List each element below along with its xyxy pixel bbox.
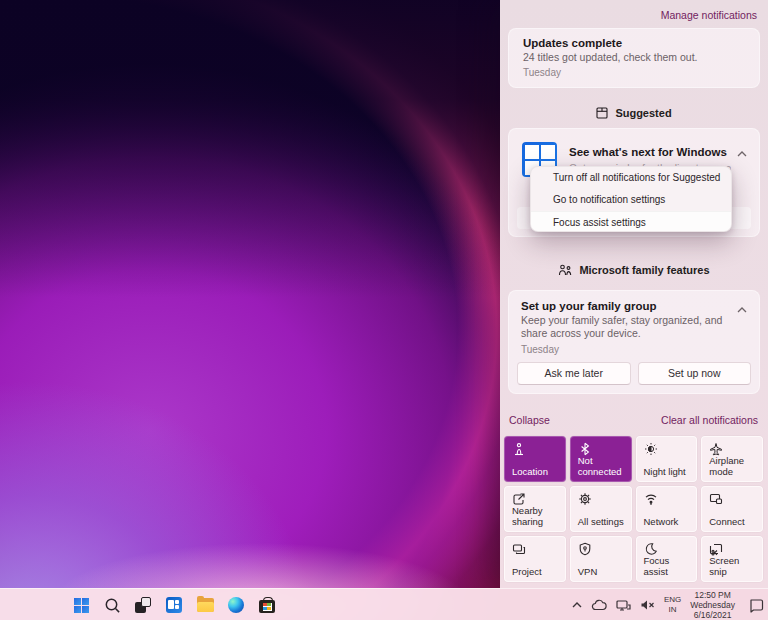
location-icon [512,442,526,456]
section-label: Suggested [615,107,671,119]
section-header-family: Microsoft family features [500,264,768,276]
collapse-card-button[interactable] [737,307,747,313]
chevron-up-icon [572,602,582,608]
notification-title: Set up your family group [521,300,747,312]
quick-tile-label: Airplane mode [709,455,759,477]
file-explorer-button[interactable] [196,596,214,614]
quick-tile-night-light[interactable]: Night light [636,436,698,482]
collapse-card-button[interactable] [737,151,747,157]
section-label: Microsoft family features [579,264,709,276]
notification-body: Keep your family safer, stay organized, … [521,314,736,340]
quick-tile-label: Location [512,466,562,477]
quick-tile-label: Not connected [578,455,628,477]
taskbar-clock[interactable]: 12:50 PM Wednesday 6/16/2021 [690,590,735,620]
ethernet-icon [616,599,631,612]
menu-item-notification-settings[interactable]: Go to notification settings [531,189,731,211]
notification-context-menu: Turn off all notifications for Suggested… [530,166,732,232]
tray-overflow-button[interactable] [572,602,582,608]
quick-tile-bluetooth[interactable]: Not connected [570,436,632,482]
quick-tile-label: Network [644,516,694,527]
ask-me-later-button[interactable]: Ask me later [517,362,631,385]
quick-tile-label: Nearby sharing [512,505,562,527]
quick-tile-label: All settings [578,516,628,527]
collapse-link[interactable]: Collapse [509,414,550,426]
quick-tile-label: Screen snip [709,555,759,577]
volume-tray-button[interactable] [640,599,655,611]
night-light-icon [644,442,658,456]
notification-timestamp: Tuesday [523,67,745,78]
connect-icon [709,492,723,506]
notification-card-family[interactable]: Set up your family group Keep your famil… [508,290,760,394]
edge-icon [228,597,244,613]
quick-tile-location[interactable]: Location [504,436,566,482]
quick-tile-vpn[interactable]: VPN [570,536,632,582]
quick-tile-airplane-mode[interactable]: Airplane mode [701,436,763,482]
quick-tile-project[interactable]: Project [504,536,566,582]
notification-title: Updates complete [523,37,745,49]
quick-tile-connect[interactable]: Connect [701,486,763,532]
vpn-shield-icon [578,542,592,556]
menu-item-turn-off-notifications[interactable]: Turn off all notifications for Suggested [531,167,731,189]
volume-muted-icon [640,599,655,611]
quick-tile-label: Focus assist [644,555,694,577]
microsoft-store-button[interactable] [258,596,276,614]
widgets-button[interactable] [165,596,183,614]
menu-item-focus-assist-settings[interactable]: Focus assist settings [531,211,731,232]
task-view-button[interactable] [134,596,152,614]
system-tray: ENG IN 12:50 PM Wednesday 6/16/2021 [572,589,764,620]
clock-date: 6/16/2021 [690,610,735,620]
section-header-suggested: Suggested [500,107,768,119]
microsoft-store-icon [259,600,275,613]
manage-notifications-link[interactable]: Manage notifications [661,9,757,21]
search-button[interactable] [103,596,121,614]
notification-center-panel: Manage notifications Updates complete 24… [500,0,768,588]
set-up-now-button[interactable]: Set up now [638,362,752,385]
network-tray-button[interactable] [616,599,631,612]
start-icon [74,598,89,613]
clock-day: Wednesday [690,600,735,610]
quick-settings-grid: Location Not connected Night light [504,436,763,582]
notification-timestamp: Tuesday [521,344,747,355]
edge-button[interactable] [227,596,245,614]
quick-tile-label: Project [512,566,562,577]
start-button[interactable] [72,596,90,614]
family-icon [558,264,572,276]
notification-body: 24 titles got updated, check them out. [523,51,745,63]
quick-tile-label: VPN [578,566,628,577]
clock-time: 12:50 PM [690,590,735,600]
app-window-icon [596,107,608,119]
widgets-icon [166,597,182,613]
chevron-up-icon [737,307,747,313]
quick-tile-label: Connect [709,516,759,527]
quick-tile-focus-assist[interactable]: Focus assist [636,536,698,582]
chevron-up-icon [737,151,747,157]
quick-tile-label: Night light [644,466,694,477]
file-explorer-icon [197,598,214,612]
quick-tile-screen-snip[interactable]: Screen snip [701,536,763,582]
settings-gear-icon [578,492,592,506]
notification-card-updates[interactable]: Updates complete 24 titles got updated, … [508,28,760,88]
task-view-icon [135,597,151,613]
notification-center-button[interactable] [748,598,764,613]
quick-tile-network[interactable]: Network [636,486,698,532]
taskbar: ENG IN 12:50 PM Wednesday 6/16/2021 [0,588,768,620]
language-indicator[interactable]: ENG IN [664,595,681,615]
project-icon [512,542,526,556]
notification-title: See what's next for Windows [569,146,727,158]
notification-bubble-icon [748,598,764,613]
onedrive-cloud-icon [591,599,607,611]
network-icon [644,492,658,506]
clear-all-notifications-link[interactable]: Clear all notifications [661,414,758,426]
taskbar-app-icons [72,589,276,620]
quick-tile-all-settings[interactable]: All settings [570,486,632,532]
search-icon [104,597,121,614]
quick-tile-nearby-sharing[interactable]: Nearby sharing [504,486,566,532]
onedrive-button[interactable] [591,599,607,611]
